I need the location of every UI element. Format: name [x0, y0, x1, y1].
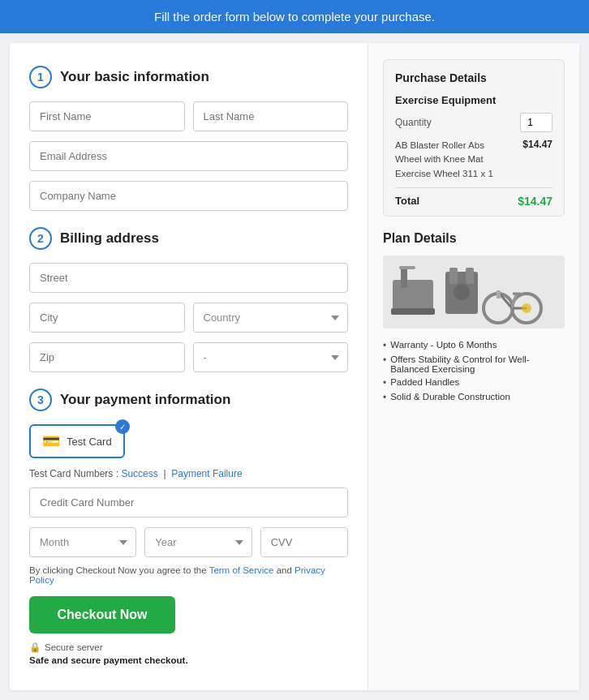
svg-rect-5	[401, 268, 407, 288]
section3-title: 3 Your payment information	[29, 389, 348, 411]
item-line2: Wheel with Knee Mat	[395, 152, 522, 166]
tos-text: By clicking Checkout Now you agree to th…	[29, 565, 348, 585]
plan-feature-item: Offers Stability & Control for Well-Bala…	[383, 353, 565, 376]
divider	[395, 187, 552, 188]
top-banner: Fill the order form below to complete yo…	[0, 0, 589, 33]
credit-card-icon: 💳	[42, 432, 60, 450]
item-line3: Exercise Wheel 311 x 1	[395, 167, 522, 181]
state-select[interactable]: -	[193, 342, 349, 372]
section-billing: 2 Billing address Country United States …	[29, 227, 348, 372]
svg-point-18	[522, 303, 531, 313]
plan-features-list: Warranty - Upto 6 MonthsOffers Stability…	[383, 338, 565, 405]
email-input[interactable]	[29, 141, 348, 171]
cc-number-row	[29, 487, 348, 517]
svg-rect-17	[497, 290, 501, 298]
country-select[interactable]: Country United States United Kingdom Can…	[193, 303, 349, 333]
section-basic-info: 1 Your basic information	[29, 66, 348, 211]
secure-server-row: 🔒 Secure server	[29, 642, 348, 653]
failure-link[interactable]: Payment Failure	[171, 468, 242, 479]
plan-feature-item: Solid & Durable Construction	[383, 390, 565, 405]
svg-rect-4	[391, 308, 435, 315]
email-row	[29, 141, 348, 171]
success-link[interactable]: Success	[121, 468, 157, 479]
zip-state-row: -	[29, 342, 348, 372]
street-input[interactable]	[29, 263, 348, 293]
company-input[interactable]	[29, 181, 348, 211]
tos-link[interactable]: Term of Service	[209, 565, 274, 575]
total-row: Total $14.47	[395, 195, 552, 208]
step3-circle: 3	[29, 389, 52, 411]
card-option[interactable]: 💳 Test Card ✓	[29, 424, 125, 458]
step1-circle: 1	[29, 66, 52, 88]
purchase-title: Purchase Details	[395, 71, 552, 84]
step2-circle: 2	[29, 227, 52, 250]
quantity-label: Quantity	[395, 117, 432, 128]
quantity-row: Quantity	[395, 113, 552, 132]
item-line1: AB Blaster Roller Abs	[395, 139, 522, 152]
test-card-info: Test Card Numbers : Success | Payment Fa…	[29, 468, 348, 479]
city-input[interactable]	[29, 303, 185, 333]
total-price: $14.47	[518, 195, 552, 208]
lock-icon: 🔒	[29, 642, 41, 653]
expiry-cvv-row: Month 01020304 05060708 09101112 Year 20…	[29, 527, 348, 557]
purchase-details-box: Purchase Details Exercise Equipment Quan…	[383, 59, 565, 217]
plan-details: Plan Details	[383, 231, 565, 405]
page-wrapper: Fill the order form below to complete yo…	[0, 0, 589, 700]
company-row	[29, 181, 348, 211]
secure-label: Secure server	[45, 642, 103, 652]
last-name-input[interactable]	[193, 101, 349, 131]
item-description: AB Blaster Roller Abs Wheel with Knee Ma…	[395, 139, 522, 181]
year-select[interactable]: Year 2024202520262027	[144, 527, 252, 557]
first-name-input[interactable]	[29, 101, 185, 131]
item-row: AB Blaster Roller Abs Wheel with Knee Ma…	[395, 139, 552, 181]
left-panel: 1 Your basic information	[10, 43, 368, 690]
plan-image	[383, 256, 565, 329]
plan-title: Plan Details	[383, 231, 565, 246]
product-name: Exercise Equipment	[395, 94, 552, 106]
city-country-row: Country United States United Kingdom Can…	[29, 303, 348, 333]
item-price: $14.47	[522, 139, 552, 150]
right-panel: Purchase Details Exercise Equipment Quan…	[368, 43, 579, 690]
section-payment: 3 Your payment information 💳 Test Card ✓…	[29, 389, 348, 665]
svg-rect-6	[399, 266, 415, 269]
cvv-input[interactable]	[261, 528, 348, 556]
test-card-label: Test Card Numbers :	[29, 468, 118, 479]
street-row	[29, 263, 348, 293]
cc-number-input[interactable]	[29, 487, 348, 517]
card-selected-badge: ✓	[115, 419, 130, 434]
total-label: Total	[395, 195, 419, 207]
section2-label: Billing address	[60, 230, 159, 247]
plan-feature-item: Padded Handles	[383, 376, 565, 390]
card-label: Test Card	[67, 436, 112, 448]
cvv-wrapper	[260, 527, 348, 557]
zip-input[interactable]	[29, 342, 185, 372]
month-select[interactable]: Month 01020304 05060708 09101112	[29, 527, 136, 557]
banner-text: Fill the order form below to complete yo…	[154, 10, 435, 24]
section1-title: 1 Your basic information	[29, 66, 348, 88]
section3-label: Your payment information	[60, 392, 230, 408]
plan-feature-item: Warranty - Upto 6 Months	[383, 338, 565, 353]
section2-title: 2 Billing address	[29, 227, 348, 250]
svg-rect-9	[466, 268, 474, 284]
svg-rect-8	[449, 268, 458, 284]
checkout-button[interactable]: Checkout Now	[29, 596, 175, 633]
main-content: 1 Your basic information	[10, 43, 579, 690]
svg-rect-3	[393, 280, 433, 312]
svg-point-10	[454, 284, 470, 300]
name-row	[29, 101, 348, 131]
quantity-input[interactable]	[520, 113, 552, 132]
safe-text: Safe and secure payment checkout.	[29, 655, 348, 665]
section1-label: Your basic information	[60, 69, 209, 85]
